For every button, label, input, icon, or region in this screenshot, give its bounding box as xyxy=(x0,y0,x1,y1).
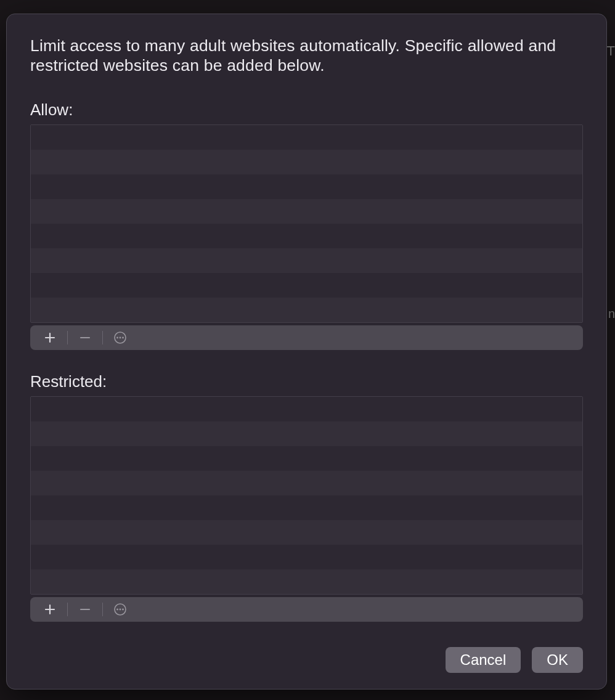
list-item[interactable] xyxy=(31,150,582,174)
list-item[interactable] xyxy=(31,298,582,322)
list-item[interactable] xyxy=(31,397,582,421)
background-glyph-2: n xyxy=(608,307,615,321)
add-allow-button[interactable] xyxy=(33,325,67,350)
plus-icon xyxy=(44,603,56,616)
website-restrictions-dialog: Limit access to many adult websites auto… xyxy=(6,14,607,690)
minus-icon xyxy=(79,332,91,344)
dialog-description: Limit access to many adult websites auto… xyxy=(30,36,583,76)
svg-point-5 xyxy=(116,608,118,610)
ok-button[interactable]: OK xyxy=(532,647,583,673)
list-item[interactable] xyxy=(31,520,582,545)
list-item[interactable] xyxy=(31,446,582,471)
list-item[interactable] xyxy=(31,421,582,446)
svg-point-2 xyxy=(120,336,121,338)
restricted-list-toolbar xyxy=(30,597,583,622)
more-icon xyxy=(113,331,127,344)
dialog-footer: Cancel OK xyxy=(30,641,583,673)
svg-point-7 xyxy=(122,608,124,610)
minus-icon xyxy=(79,603,91,616)
list-item[interactable] xyxy=(31,125,582,150)
list-item[interactable] xyxy=(31,545,582,569)
more-allow-button[interactable] xyxy=(103,325,137,350)
add-restricted-button[interactable] xyxy=(33,597,67,622)
more-restricted-button[interactable] xyxy=(103,597,137,622)
plus-icon xyxy=(44,332,56,344)
svg-point-3 xyxy=(122,336,124,338)
list-item[interactable] xyxy=(31,199,582,224)
svg-point-1 xyxy=(116,336,118,338)
restricted-section: Restricted: xyxy=(30,372,583,622)
list-item[interactable] xyxy=(31,224,582,248)
background-glyph: T xyxy=(607,43,615,59)
list-item[interactable] xyxy=(31,248,582,273)
allow-list[interactable] xyxy=(30,124,583,323)
remove-restricted-button[interactable] xyxy=(68,597,102,622)
allow-section: Allow: xyxy=(30,100,583,372)
remove-allow-button[interactable] xyxy=(68,325,102,350)
list-item[interactable] xyxy=(31,495,582,520)
allow-label: Allow: xyxy=(30,100,583,120)
svg-point-6 xyxy=(120,608,121,610)
list-item[interactable] xyxy=(31,471,582,495)
list-item[interactable] xyxy=(31,273,582,298)
cancel-button[interactable]: Cancel xyxy=(446,647,521,673)
list-item[interactable] xyxy=(31,174,582,199)
allow-list-toolbar xyxy=(30,325,583,350)
list-item[interactable] xyxy=(31,569,582,594)
restricted-label: Restricted: xyxy=(30,372,583,391)
restricted-list[interactable] xyxy=(30,396,583,595)
more-icon xyxy=(113,603,127,616)
